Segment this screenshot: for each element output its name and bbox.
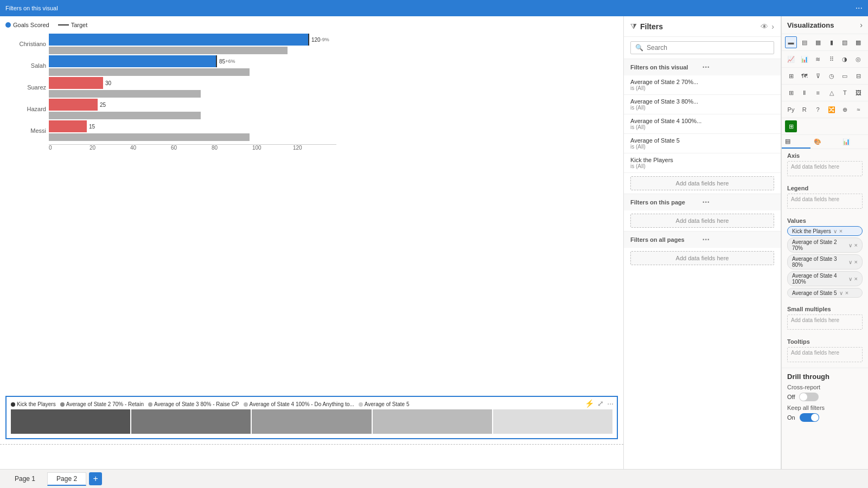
keep-filters-toggle[interactable] <box>800 413 819 422</box>
viz-icon-image[interactable]: 🖼 <box>852 87 864 99</box>
tab-page2[interactable]: Page 2 <box>47 472 86 486</box>
tooltips-field-area[interactable]: Add data fields here <box>787 347 863 362</box>
viz-icon-matrix[interactable]: ⊞ <box>785 87 797 99</box>
filter-item[interactable]: Kick the Players is (All) <box>624 153 781 173</box>
tab-analytics[interactable]: 📊 <box>839 135 868 149</box>
viz-icon-python[interactable]: Py <box>785 104 797 115</box>
tab-page1[interactable]: Page 1 <box>5 472 44 485</box>
filter-item[interactable]: Average of State 5 is (All) <box>624 134 781 153</box>
search-input[interactable] <box>647 44 769 52</box>
chevron-down-icon[interactable]: ∨ <box>848 242 852 248</box>
viz-icon-100-col[interactable]: ▩ <box>852 36 864 48</box>
expand-panel-icon[interactable]: › <box>860 21 863 29</box>
viz-icon-qa[interactable]: ? <box>812 104 824 115</box>
add-data-visual-btn[interactable]: Add data fields here <box>630 176 774 190</box>
viz-icon-funnel[interactable]: ⊽ <box>812 70 824 82</box>
chip-label: Kick the Players <box>792 228 831 234</box>
viz-icon-r[interactable]: R <box>799 104 810 115</box>
chevron-down-icon[interactable]: ∨ <box>848 276 852 282</box>
small-multiples-field-area[interactable]: Add data fields here <box>787 314 863 330</box>
viz-icon-textbox[interactable]: T <box>839 87 851 99</box>
cross-report-toggle[interactable] <box>799 393 819 401</box>
viz-icon-treemap[interactable]: ⊞ <box>785 70 797 82</box>
axis-field-area[interactable]: Add data fields here <box>787 161 863 176</box>
on-this-visual-header: Filters on this visual ··· <box>624 59 781 75</box>
close-icon[interactable]: × <box>845 290 848 296</box>
field-chip-kick[interactable]: Kick the Players ∨ × <box>787 226 863 236</box>
filter-item[interactable]: Average of State 4 100%... is (All) <box>624 114 781 134</box>
section-more-icon[interactable]: ··· <box>703 235 775 245</box>
chevron-down-icon[interactable]: ∨ <box>839 290 843 296</box>
close-icon[interactable]: × <box>839 228 843 234</box>
chevron-down-icon[interactable]: ∨ <box>833 228 837 234</box>
add-data-all-btn[interactable]: Add data fields here <box>630 251 774 265</box>
section-more-icon[interactable]: ··· <box>703 197 775 207</box>
chevron-right-icon[interactable]: › <box>771 22 774 31</box>
values-section: Values Kick the Players ∨ × Average of S… <box>782 214 868 303</box>
viz-icon-decomp[interactable]: 🔀 <box>826 104 838 115</box>
viz-icon-scatter[interactable]: ⠿ <box>826 53 838 65</box>
viz-icon-gauge[interactable]: ◷ <box>826 70 838 82</box>
field-chip-state3[interactable]: Average of State 3 80% ∨ × <box>787 254 863 269</box>
values-label: Values <box>787 217 863 224</box>
viz-icon-slicer[interactable]: ≡ <box>812 87 824 99</box>
viz-icon-custom2[interactable]: ≈ <box>852 104 864 115</box>
filter-item[interactable]: Average of State 2 70%... is (All) <box>624 75 781 95</box>
filter-name: Kick the Players <box>630 157 774 163</box>
legend-label: Legend <box>787 185 863 191</box>
filter-item[interactable]: Average of State 3 80%... is (All) <box>624 95 781 114</box>
legend-dot <box>148 402 152 407</box>
viz-icon-custom1[interactable]: ⊕ <box>839 104 851 115</box>
list-item: Average of State 5 <box>359 401 410 407</box>
viz-icon-stacked-col[interactable]: ▧ <box>839 36 851 48</box>
bar-red-hazard <box>49 99 98 111</box>
bottom-bar-seg <box>373 409 492 434</box>
field-chip-state4[interactable]: Average of State 4 100% ∨ × <box>787 271 863 286</box>
viz-icon-line[interactable]: 📈 <box>785 53 797 65</box>
chip-label: Average of State 4 100% <box>792 273 846 285</box>
cross-report-toggle-row: Off <box>787 393 863 401</box>
close-icon[interactable]: × <box>854 259 858 265</box>
viz-icon-pie[interactable]: ◑ <box>839 53 851 65</box>
bottom-bar-group <box>11 409 612 434</box>
viz-icon-ribbon[interactable]: ≋ <box>812 53 824 65</box>
viz-icon-grid-2: 📈 📊 ≋ ⠿ ◑ ◎ <box>782 51 868 68</box>
viz-icon-map[interactable]: 🗺 <box>799 70 810 82</box>
viz-icon-donut[interactable]: ◎ <box>852 53 864 65</box>
eye-icon[interactable]: 👁 <box>761 22 768 31</box>
tab-fields[interactable]: ▤ <box>782 135 810 149</box>
search-box[interactable]: 🔍 <box>630 41 774 54</box>
list-item: Average of State 2 70% - Retain <box>60 401 144 407</box>
viz-icon-shape[interactable]: △ <box>826 87 838 99</box>
add-data-page-btn[interactable]: Add data fields here <box>630 214 774 228</box>
viz-icon-area[interactable]: 📊 <box>799 53 810 65</box>
table-row: Messi 15 <box>49 120 618 141</box>
add-page-button[interactable]: + <box>89 472 102 485</box>
chevron-down-icon[interactable]: ∨ <box>848 259 852 265</box>
x-tick: 40 <box>130 145 171 151</box>
field-chip-state2[interactable]: Average of State 2 70% ∨ × <box>787 237 863 253</box>
viz-icon-stacked-bar[interactable]: ▤ <box>799 36 810 48</box>
more-icon[interactable]: ··· <box>607 399 614 408</box>
bar-delta-christiano: -9% <box>321 37 329 42</box>
legend-field-area[interactable]: Add data fields here <box>787 194 863 209</box>
expand-icon[interactable]: ⤢ <box>597 399 604 408</box>
viz-icon-bar[interactable]: ▬ <box>785 36 797 48</box>
field-chip-state5[interactable]: Average of State 5 ∨ × <box>787 288 863 298</box>
filter-icon[interactable]: ⚡ <box>585 399 594 408</box>
top-bar-more[interactable]: ··· <box>856 3 863 13</box>
close-icon[interactable]: × <box>854 275 858 282</box>
viz-icon-bar-vert[interactable]: ▮ <box>826 36 838 48</box>
viz-icon-card[interactable]: ▭ <box>839 70 851 82</box>
on-all-pages-label: Filters on all pages <box>630 236 703 243</box>
drill-through-title: Drill through <box>787 373 863 381</box>
close-icon[interactable]: × <box>854 242 858 248</box>
section-more-icon[interactable]: ··· <box>703 62 775 72</box>
viz-icon-excel[interactable]: ⊞ <box>785 120 797 132</box>
tab-format[interactable]: 🎨 <box>810 135 839 149</box>
viz-icon-kpi[interactable]: Ⅱ <box>799 87 810 99</box>
on-this-visual-label: Filters on this visual <box>630 64 703 70</box>
viz-icon-table[interactable]: ⊟ <box>852 70 864 82</box>
viz-icon-100-bar[interactable]: ▦ <box>812 36 824 48</box>
x-tick: 0 <box>49 145 90 151</box>
